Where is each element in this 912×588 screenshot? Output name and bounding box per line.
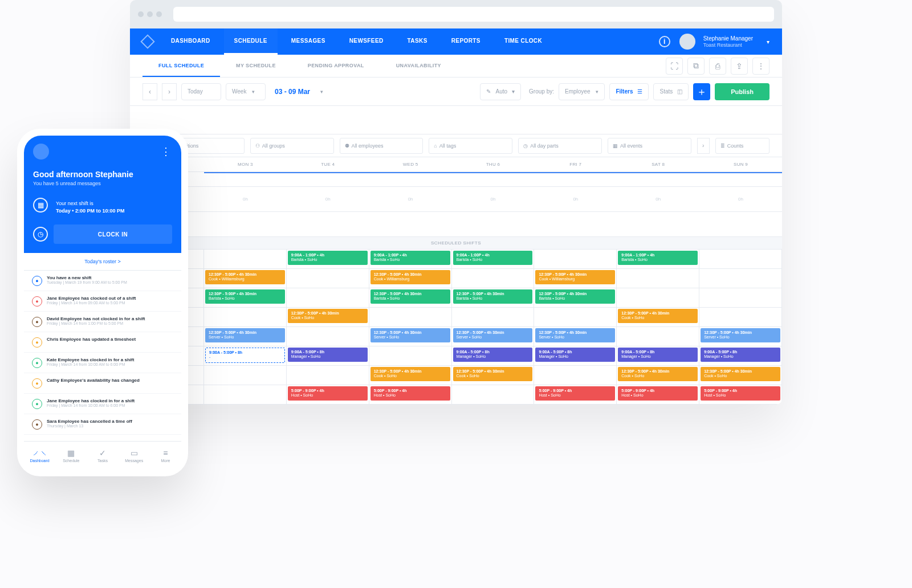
nav-tasks[interactable]: TASKS [397,28,438,55]
shift-block[interactable]: 12:30P - 5:00P • 4h 30minBarista • SoHo [535,289,615,304]
add-button[interactable]: ＋ [693,83,710,100]
cell[interactable] [617,269,699,288]
tab-full-schedule[interactable]: FULL SCHEDULE [142,55,220,77]
shift-block[interactable]: 12:30P - 5:00P • 4h 30minCook • SoHo [370,367,450,381]
cell[interactable]: 9:00A - 5:00P • 8h- [204,346,287,366]
shift-block[interactable]: 12:30P - 5:00P • 4h 30minCook • Williams… [370,270,450,284]
cell[interactable] [204,308,287,327]
cell[interactable]: 12:30P - 5:00P • 4h 30minCook • SoHo [617,366,699,385]
shift-block[interactable]: 9:00A - 5:00P • 8hManager • SoHo [288,348,368,362]
shift-block[interactable]: 12:30P - 5:00P • 4h 30minCook • Williams… [535,270,615,284]
shift-block[interactable]: 12:30P - 5:00P • 4h 30minServer • SoHo [453,328,533,342]
shift-block[interactable]: 12:30P - 5:00P • 4h 30minCook • SoHo [618,309,698,323]
cell[interactable] [287,269,369,288]
shift-block[interactable]: 12:30P - 5:00P • 4h 30minServer • SoHo [535,328,615,342]
filters-button[interactable]: Filters☰ [609,83,649,100]
period-select[interactable]: Week▾ [226,83,266,100]
feed-item[interactable]: ● Sara Employee has cancelled a time off… [24,414,181,435]
shift-block[interactable]: 12:30P - 5:00P • 4h 30minBarista • SoHo [370,289,450,304]
unread-count[interactable]: You have 5 unread messages [33,181,172,186]
filter-next[interactable]: › [697,138,710,154]
groupby-select[interactable]: Employee▾ [559,83,605,100]
avatar[interactable] [33,144,49,160]
cell[interactable]: 12:30P - 5:00P • 4h 30minServer • SoHo [452,327,535,346]
shift-block[interactable]: 12:30P - 5:00P • 4h 30minCook • SoHo [701,367,780,381]
stats-button[interactable]: Stats◫ [653,83,689,100]
cell[interactable]: 9:00A - 5:00P • 8hManager • SoHo [452,346,535,366]
shift-block[interactable]: 12:30P - 5:00P • 4h 30minServer • SoHo [205,328,285,342]
more-icon[interactable]: ⋮ [161,145,172,158]
cell[interactable]: 9:00A - 5:00P • 8hManager • SoHo [617,346,699,366]
cell[interactable]: 9:00A - 1:00P • 4hBarista • SoHo [369,250,452,269]
shift-block[interactable]: 12:30P - 5:00P • 4h 30minBarista • SoHo [205,289,285,304]
shift-block[interactable]: 12:30P - 5:00P • 4h 30minServer • SoHo [701,328,780,342]
shift-block[interactable]: 9:00A - 1:00P • 4hBarista • SoHo [370,251,450,265]
cell[interactable] [699,250,782,269]
tab-tasks[interactable]: ✓Tasks [87,448,118,463]
cell[interactable]: 5:00P - 9:00P • 4hHost • SoHo [699,385,782,405]
nav-timeclock[interactable]: TIME CLOCK [494,28,552,55]
shift-block[interactable]: 9:00A - 5:00P • 8hManager • SoHo [618,348,698,362]
cell[interactable] [452,385,535,405]
copy-icon[interactable]: ⧉ [687,58,705,75]
more-icon[interactable]: ⋮ [752,58,769,75]
today-button[interactable]: Today [181,83,221,100]
filter-counts[interactable]: ≣Counts [715,138,769,154]
cell[interactable] [204,250,287,269]
cell[interactable]: 9:00A - 5:00P • 8hManager • SoHo [699,346,782,366]
cell[interactable] [699,308,782,327]
cell[interactable] [204,385,287,405]
cell[interactable]: 5:00P - 9:00P • 4hHost • SoHo [287,385,369,405]
cell[interactable]: 5:00P - 9:00P • 4hHost • SoHo [617,385,699,405]
cell[interactable]: 5:00P - 9:00P • 4hHost • SoHo [369,385,452,405]
filter-tags[interactable]: ⌂All tags [429,138,512,154]
filter-dayparts[interactable]: ◷All day parts [518,138,602,154]
cell[interactable]: 12:30P - 5:00P • 4h 30minServer • SoHo [369,327,452,346]
cell[interactable]: 5:00P - 9:00P • 4hHost • SoHo [534,385,617,405]
cell[interactable] [699,269,782,288]
filter-events[interactable]: ▦All events [608,138,691,154]
cell[interactable]: 12:30P - 5:00P • 4h 30minServer • SoHo [204,327,287,346]
nav-newsfeed[interactable]: NEWSFEED [339,28,394,55]
prev-period[interactable]: ‹ [142,83,157,100]
feed-item[interactable]: ● Cathy Employee's availability has chan… [24,373,181,394]
cell[interactable] [369,346,452,366]
user-name-block[interactable]: Stephanie Manager Toast Restaurant [703,35,753,48]
shift-block[interactable]: 5:00P - 9:00P • 4hHost • SoHo [618,386,698,401]
publish-button[interactable]: Publish [715,83,769,100]
cell[interactable]: 12:30P - 5:00P • 4h 30minServer • SoHo [699,327,782,346]
cell[interactable]: 12:30P - 5:00P • 4h 30minBarista • SoHo [204,288,287,308]
cell[interactable] [534,308,617,327]
next-period[interactable]: › [162,83,177,100]
address-bar[interactable] [173,7,774,22]
auto-toggle[interactable]: ✎Auto▾ [480,83,521,100]
date-range-chevron[interactable]: ▾ [315,83,355,100]
feed-item[interactable]: ● Jane Employee has clocked out of a shi… [24,291,181,312]
shift-block[interactable]: 12:30P - 5:00P • 4h 30minServer • SoHo [370,328,450,342]
cell[interactable]: 12:30P - 5:00P • 4h 30minBarista • SoHo [534,288,617,308]
print-icon[interactable]: ⎙ [709,58,726,75]
tab-unavailability[interactable]: UNAVAILABILITY [380,55,457,77]
cell[interactable]: 12:30P - 5:00P • 4h 30minCook • Williams… [369,269,452,288]
nav-reports[interactable]: REPORTS [441,28,491,55]
shift-block[interactable]: 12:30P - 5:00P • 4h 30minBarista • SoHo [453,289,533,304]
filter-employees[interactable]: ⚉All employees [340,138,424,154]
cell[interactable] [617,288,699,308]
cell[interactable]: 12:30P - 5:00P • 4h 30minBarista • SoHo [369,288,452,308]
cell[interactable] [452,308,535,327]
tab-schedule[interactable]: ▦Schedule [55,448,87,463]
cell[interactable] [287,327,369,346]
nav-dashboard[interactable]: DASHBOARD [161,28,221,55]
cell[interactable] [287,288,369,308]
shift-block[interactable]: 12:30P - 5:00P • 4h 30minCook • SoHo [618,367,698,381]
cell[interactable]: 12:30P - 5:00P • 4h 30minCook • SoHo [699,366,782,385]
nav-messages[interactable]: MESSAGES [281,28,336,55]
cell[interactable] [452,269,535,288]
cell[interactable]: 12:30P - 5:00P • 4h 30minCook • SoHo [287,308,369,327]
cell[interactable] [534,250,617,269]
feed-item[interactable]: ● David Employee has not clocked in for … [24,312,181,332]
cell[interactable]: 9:00A - 1:00P • 4hBarista • SoHo [287,250,369,269]
cell[interactable]: 12:30P - 5:00P • 4h 30minServer • SoHo [534,327,617,346]
cell[interactable] [699,288,782,308]
filter-groups[interactable]: ⚇All groups [250,138,334,154]
